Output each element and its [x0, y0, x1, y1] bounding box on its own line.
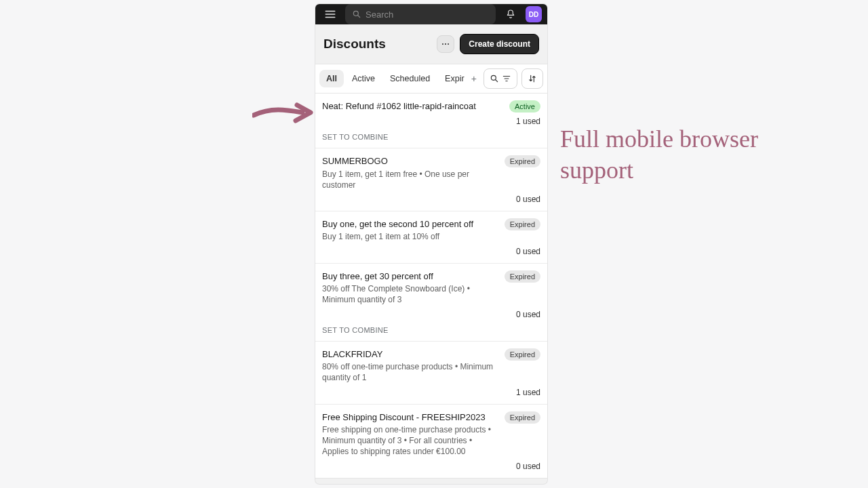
app-bar: DD — [315, 4, 547, 24]
combine-label: SET TO COMBINE — [322, 326, 540, 334]
ellipsis-icon — [441, 39, 450, 49]
add-tab-button[interactable]: + — [467, 70, 481, 87]
menu-button[interactable] — [321, 5, 340, 24]
tab-expired[interactable]: Expired — [438, 70, 465, 87]
tabs-row: AllActiveScheduledExpired + — [315, 64, 547, 94]
discount-used-count: 0 used — [322, 247, 540, 256]
discount-description: Buy 1 item, get 1 item at 10% off — [322, 231, 499, 242]
discount-title: BLACKFRIDAY — [322, 348, 499, 361]
page-header: Discounts Create discount — [315, 24, 547, 64]
search-icon — [490, 74, 499, 83]
learn-more: Learn more about discounts — [315, 479, 547, 484]
discounts-list: AllActiveScheduledExpired + Neat: Refund… — [315, 64, 547, 479]
discount-used-count: 0 used — [322, 195, 540, 204]
bell-icon — [505, 9, 516, 20]
sort-icon — [528, 74, 537, 83]
marketing-caption: Full mobile browser support — [560, 123, 777, 186]
status-badge: Expired — [505, 218, 540, 230]
discount-row[interactable]: Buy three, get 30 percent off30% off The… — [315, 264, 547, 342]
discount-row[interactable]: Neat: Refund #1062 little-rapid-raincoat… — [315, 94, 547, 148]
search-input[interactable] — [366, 9, 489, 20]
discount-description: Free shipping on one-time purchase produ… — [322, 424, 499, 458]
search-field[interactable] — [345, 4, 496, 24]
callout-arrow-icon — [252, 100, 315, 126]
search-icon — [352, 9, 361, 19]
discount-title: Buy one, get the second 10 percent off — [322, 218, 499, 230]
discount-row[interactable]: Buy one, get the second 10 percent offBu… — [315, 211, 547, 264]
more-actions-button[interactable] — [437, 35, 454, 53]
status-badge: Expired — [505, 155, 540, 167]
discount-title: SUMMERBOGO — [322, 155, 499, 167]
discount-used-count: 0 used — [322, 310, 540, 319]
tab-all[interactable]: All — [319, 70, 344, 87]
svg-point-4 — [491, 75, 496, 80]
svg-point-2 — [445, 43, 446, 45]
avatar[interactable]: DD — [526, 6, 542, 22]
discount-row[interactable]: SUMMERBOGOBuy 1 item, get 1 item free • … — [315, 148, 547, 211]
search-filter-button[interactable] — [484, 68, 517, 89]
discount-row[interactable]: BLACKFRIDAY80% off one-time purchase pro… — [315, 342, 547, 405]
discount-description: 30% off The Complete Snowboard (Ice) • M… — [322, 283, 499, 305]
status-badge: Active — [509, 100, 540, 113]
status-badge: Expired — [505, 270, 540, 283]
discount-title: Free Shipping Discount - FREESHIP2023 — [322, 411, 499, 424]
notifications-button[interactable] — [501, 5, 520, 24]
discount-used-count: 1 used — [322, 117, 540, 126]
status-badge: Expired — [505, 411, 540, 424]
svg-point-0 — [353, 11, 358, 16]
tab-active[interactable]: Active — [345, 70, 382, 87]
discount-used-count: 1 used — [322, 388, 540, 397]
discount-title: Buy three, get 30 percent off — [322, 270, 499, 283]
combine-label: SET TO COMBINE — [322, 133, 540, 141]
page-title: Discounts — [323, 37, 386, 52]
sort-button[interactable] — [521, 68, 543, 89]
filter-icon — [502, 74, 511, 83]
svg-point-3 — [448, 43, 449, 45]
mobile-frame: DD Discounts Create discount AllActiveSc… — [315, 4, 547, 484]
hamburger-icon — [324, 8, 336, 20]
svg-point-1 — [442, 43, 443, 45]
discount-description: 80% off one-time purchase products • Min… — [322, 361, 499, 383]
discount-used-count: 0 used — [322, 462, 540, 471]
status-badge: Expired — [505, 348, 540, 361]
discount-description: Buy 1 item, get 1 item free • One use pe… — [322, 169, 499, 190]
discount-title: Neat: Refund #1062 little-rapid-raincoat — [322, 100, 504, 113]
discount-row[interactable]: Free Shipping Discount - FREESHIP2023Fre… — [315, 405, 547, 478]
tab-scheduled[interactable]: Scheduled — [383, 70, 437, 87]
create-discount-button[interactable]: Create discount — [460, 34, 539, 54]
